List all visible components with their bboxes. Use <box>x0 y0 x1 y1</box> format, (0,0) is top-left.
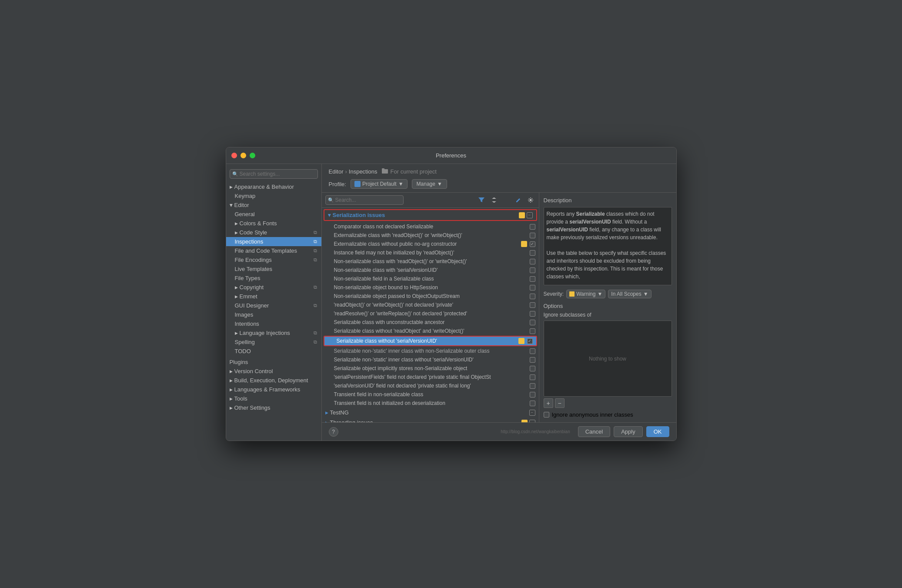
list-item[interactable]: 'serialVersionUID' field not declared 'p… <box>322 381 539 390</box>
group-minus-button[interactable]: − <box>529 410 535 416</box>
item-checkbox[interactable] <box>530 357 535 363</box>
description-panel: Description Reports any Serializable cla… <box>539 193 676 422</box>
group-expand-icon: ▶ <box>325 411 328 415</box>
maximize-button[interactable] <box>250 153 255 158</box>
sidebar-item-appearance[interactable]: ▶ Appearance & Behavior <box>226 182 321 191</box>
collapse-all-button[interactable] <box>501 196 511 204</box>
sidebar-search-input[interactable] <box>230 169 318 179</box>
item-checkbox[interactable] <box>530 285 535 291</box>
item-checkbox[interactable] <box>530 383 535 389</box>
sidebar-item-copyright[interactable]: ▶ Copyright ⧉ <box>226 283 321 292</box>
help-button[interactable]: ? <box>329 427 338 437</box>
sidebar-item-plugins[interactable]: Plugins <box>226 357 321 367</box>
edit-button[interactable] <box>514 196 523 204</box>
list-item[interactable]: Serializable non-'static' inner class wi… <box>322 355 539 364</box>
list-item[interactable]: 'readResolve()' or 'writeReplace()' not … <box>322 309 539 318</box>
list-item[interactable]: 'readObject()' or 'writeObject()' not de… <box>322 301 539 309</box>
sidebar-item-colors-fonts[interactable]: ▶ Colors & Fonts <box>226 219 321 228</box>
sidebar-item-version-control[interactable]: ▶ Version Control <box>226 367 321 376</box>
ok-button[interactable]: OK <box>646 426 669 437</box>
item-checkbox[interactable] <box>530 241 535 247</box>
remove-button[interactable]: − <box>555 398 565 408</box>
sidebar-item-emmet[interactable]: ▶ Emmet <box>226 292 321 301</box>
list-item[interactable]: Non-serializable object passed to Object… <box>322 292 539 301</box>
list-item[interactable]: Serializable object implicitly stores no… <box>322 364 539 373</box>
minimize-button[interactable] <box>241 153 246 158</box>
content-area: Editor › Inspections For current project… <box>322 164 676 441</box>
group-testng[interactable]: ▶ TestNG − <box>322 408 539 418</box>
sidebar-item-spelling[interactable]: Spelling ⧉ <box>226 337 321 347</box>
list-item[interactable]: Non-serializable object bound to HttpSes… <box>322 283 539 292</box>
group-serialization[interactable]: ▶ Serialization issues − <box>324 210 536 220</box>
sidebar-item-live-templates[interactable]: Live Templates <box>226 264 321 274</box>
list-item[interactable]: Serializable class with unconstructable … <box>322 318 539 327</box>
sidebar-item-file-code-templates[interactable]: File and Code Templates ⧉ <box>226 246 321 255</box>
scope-dropdown[interactable]: In All Scopes ▼ <box>608 290 651 298</box>
list-item-selected[interactable]: Serializable class without 'serialVersio… <box>324 337 536 345</box>
sidebar-item-other-settings[interactable]: ▶ Other Settings <box>226 403 321 412</box>
item-checkbox[interactable] <box>530 311 535 317</box>
item-checkbox[interactable] <box>530 224 535 230</box>
sidebar-item-todo[interactable]: TODO <box>226 347 321 356</box>
list-item[interactable]: Non-serializable field in a Serializable… <box>322 274 539 283</box>
list-item[interactable]: 'serialPersistentFields' field not decla… <box>322 373 539 381</box>
sidebar-item-inspections[interactable]: Inspections ⧉ <box>226 237 321 246</box>
sidebar-item-gui-designer[interactable]: GUI Designer ⧉ <box>226 301 321 310</box>
copy-icon: ⧉ <box>314 284 317 290</box>
group-threading[interactable]: ▶ Threading issues − <box>322 418 539 422</box>
sidebar-item-language-injections[interactable]: ▶ Language Injections ⧉ <box>226 328 321 337</box>
list-item[interactable]: Transient field in non-serializable clas… <box>322 390 539 399</box>
sidebar-item-file-encodings[interactable]: File Encodings ⧉ <box>226 255 321 264</box>
item-checkbox[interactable] <box>530 267 535 273</box>
sidebar-item-languages-frameworks[interactable]: ▶ Languages & Frameworks <box>226 385 321 394</box>
item-checkbox[interactable] <box>527 338 533 344</box>
add-button[interactable]: + <box>544 398 553 408</box>
item-checkbox[interactable] <box>530 328 535 334</box>
ignore-anon-checkbox[interactable] <box>544 412 549 418</box>
list-item[interactable]: Comparator class not declared Serializab… <box>322 222 539 231</box>
sidebar-item-tools[interactable]: ▶ Tools <box>226 394 321 403</box>
item-checkbox[interactable] <box>530 320 535 325</box>
sidebar-item-code-style[interactable]: ▶ Code Style ⧉ <box>226 228 321 237</box>
item-checkbox[interactable] <box>530 374 535 380</box>
list-item[interactable]: Externalizable class with 'readObject()'… <box>322 231 539 240</box>
profile-dropdown[interactable]: Project Default ▼ <box>351 179 408 189</box>
close-button[interactable] <box>231 153 237 158</box>
list-item[interactable]: Instance field may not be initialized by… <box>322 248 539 257</box>
list-item[interactable]: Transient field is not initialized on de… <box>322 399 539 408</box>
sidebar-item-images[interactable]: Images <box>226 310 321 319</box>
item-checkbox[interactable] <box>530 233 535 238</box>
item-checkbox[interactable] <box>530 250 535 256</box>
item-checkbox[interactable] <box>530 294 535 299</box>
expand-all-button[interactable] <box>489 196 499 204</box>
severity-row: Severity: Warning ▼ In All Scopes ▼ <box>544 290 672 298</box>
filter-button[interactable] <box>476 196 487 204</box>
list-search-input[interactable] <box>325 195 404 205</box>
list-item[interactable]: Externalizable class without public no-a… <box>322 240 539 248</box>
item-checkbox[interactable] <box>530 392 535 398</box>
item-checkbox[interactable] <box>530 302 535 308</box>
sidebar-item-file-types[interactable]: File Types <box>226 274 321 283</box>
item-checkbox[interactable] <box>530 348 535 354</box>
group-minus-button[interactable]: − <box>527 212 533 218</box>
sidebar-item-general[interactable]: General <box>226 210 321 219</box>
item-checkbox[interactable] <box>530 276 535 282</box>
apply-button[interactable]: Apply <box>614 426 643 437</box>
settings-button[interactable] <box>526 196 535 204</box>
severity-dropdown[interactable]: Warning ▼ <box>566 290 605 298</box>
sidebar-item-editor[interactable]: ▶ Editor <box>226 200 321 210</box>
profile-value: Project Default <box>362 181 397 187</box>
cancel-button[interactable]: Cancel <box>578 426 610 437</box>
item-checkbox[interactable] <box>530 401 535 406</box>
manage-button[interactable]: Manage ▼ <box>412 179 447 189</box>
item-checkbox[interactable] <box>530 366 535 371</box>
sidebar-item-build-execution[interactable]: ▶ Build, Execution, Deployment <box>226 376 321 385</box>
item-checkbox[interactable] <box>530 259 535 264</box>
list-item[interactable]: Serializable non-'static' inner class wi… <box>322 347 539 355</box>
list-item[interactable]: Non-serializable class with 'serialVersi… <box>322 266 539 274</box>
sidebar-item-intentions[interactable]: Intentions <box>226 319 321 328</box>
list-item[interactable]: Non-serializable class with 'readObject(… <box>322 257 539 266</box>
breadcrumb-inspections: Inspections <box>349 168 378 175</box>
sidebar-item-keymap[interactable]: Keymap <box>226 191 321 200</box>
list-item[interactable]: Serializable class without 'readObject' … <box>322 327 539 335</box>
